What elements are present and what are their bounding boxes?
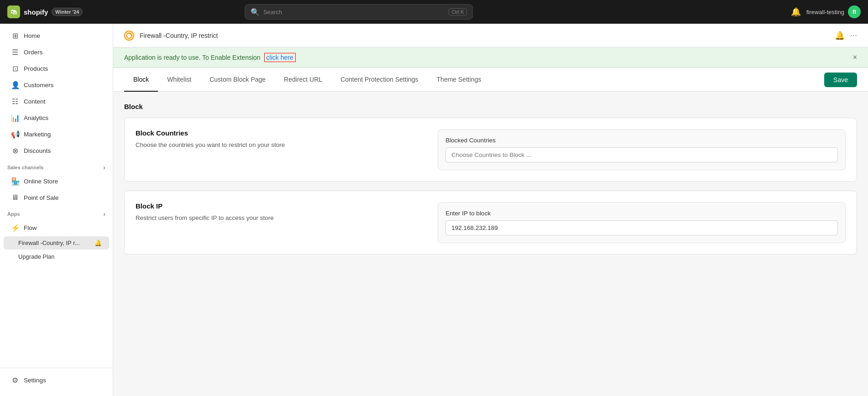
flow-icon: ⚡ <box>11 224 19 232</box>
app-header-title: Firewall -Country, IP restrict <box>140 32 218 39</box>
discounts-icon: ⊗ <box>11 146 19 155</box>
shopify-text: shopify <box>24 8 48 16</box>
sidebar-item-label: Flow <box>24 224 37 231</box>
sidebar-item-settings[interactable]: ⚙ Settings <box>4 372 109 388</box>
sidebar-item-label: Home <box>24 32 40 39</box>
sidebar-item-label: Online Store <box>24 178 58 185</box>
main-layout: ⊞ Home ☰ Orders ⊡ Products 👤 Customers ☷… <box>0 24 868 396</box>
sidebar-item-label: Upgrade Plan <box>18 253 55 260</box>
logo[interactable]: 🛍 shopify Winter '24 <box>7 5 83 18</box>
app-header: Firewall -Country, IP restrict 🔔 ··· <box>113 24 868 47</box>
blocked-countries-label: Blocked Countries <box>445 137 838 144</box>
sidebar-item-label: Marketing <box>24 131 51 138</box>
sidebar-item-label: Discounts <box>24 147 51 154</box>
sidebar: ⊞ Home ☰ Orders ⊡ Products 👤 Customers ☷… <box>0 24 113 396</box>
block-ip-title: Block IP <box>136 202 427 210</box>
content-area: Firewall -Country, IP restrict 🔔 ··· App… <box>113 24 868 396</box>
block-countries-info: Block Countries Choose the countries you… <box>136 129 427 150</box>
notification-icon[interactable]: 🔔 <box>835 31 845 41</box>
products-icon: ⊡ <box>11 64 19 73</box>
sidebar-footer: ⚙ Settings <box>0 368 113 396</box>
sidebar-item-customers[interactable]: 👤 Customers <box>4 77 109 93</box>
search-icon: 🔍 <box>251 8 260 16</box>
pos-icon: 🖥 <box>11 193 19 202</box>
block-countries-card: Block Countries Choose the countries you… <box>124 118 857 182</box>
shopify-icon: 🛍 <box>7 5 20 18</box>
sidebar-item-flow[interactable]: ⚡ Flow <box>4 220 109 236</box>
block-ip-desc: Restrict users from specific IP to acces… <box>136 214 427 223</box>
sidebar-item-analytics[interactable]: 📊 Analytics <box>4 110 109 126</box>
tab-block[interactable]: Block <box>124 68 158 92</box>
more-options-icon[interactable]: ··· <box>850 31 857 40</box>
chevron-right-icon[interactable]: › <box>103 164 105 171</box>
block-countries-title: Block Countries <box>136 129 427 137</box>
topbar-right: 🔔 firewall-testing ft <box>791 5 861 18</box>
content-icon: ☷ <box>11 97 19 106</box>
tab-custom-block-page[interactable]: Custom Block Page <box>200 68 275 92</box>
chevron-right-icon[interactable]: › <box>103 210 105 218</box>
refresh-icon <box>126 32 132 39</box>
orders-icon: ☰ <box>11 48 19 57</box>
sidebar-item-label: Customers <box>24 82 53 89</box>
block-ip-info: Block IP Restrict users from specific IP… <box>136 202 427 223</box>
sidebar-item-point-of-sale[interactable]: 🖥 Point of Sale <box>4 190 109 205</box>
sidebar-item-firewall[interactable]: Firewall -Country, IP r... 🔔 <box>4 236 109 250</box>
sidebar-nav: ⊞ Home ☰ Orders ⊡ Products 👤 Customers ☷… <box>0 24 113 368</box>
sidebar-item-upgrade-plan[interactable]: Upgrade Plan <box>4 250 109 263</box>
sidebar-item-marketing[interactable]: 📢 Marketing <box>4 126 109 142</box>
sidebar-item-discounts[interactable]: ⊗ Discounts <box>4 143 109 159</box>
sidebar-item-label: Orders <box>24 49 42 56</box>
save-button[interactable]: Save <box>824 73 857 87</box>
sidebar-item-label: Settings <box>24 377 46 384</box>
search-bar[interactable]: 🔍 Ctrl K <box>245 4 473 20</box>
block-countries-desc: Choose the countries you want to restric… <box>136 141 427 150</box>
online-store-icon: 🏪 <box>11 177 19 186</box>
sidebar-item-home[interactable]: ⊞ Home <box>4 28 109 44</box>
block-ip-field-box: Enter IP to block <box>438 202 846 243</box>
username: firewall-testing <box>806 9 844 16</box>
block-ip-input[interactable] <box>445 220 838 235</box>
blocked-countries-input[interactable] <box>445 147 838 162</box>
block-ip-layout: Block IP Restrict users from specific IP… <box>136 202 846 243</box>
block-countries-layout: Block Countries Choose the countries you… <box>136 129 846 170</box>
page-title: Block <box>124 103 857 110</box>
alert-link[interactable]: click here <box>264 53 296 62</box>
marketing-icon: 📢 <box>11 130 19 139</box>
user-info[interactable]: firewall-testing ft <box>806 5 861 18</box>
alert-banner: Application is ready to use. To Enable E… <box>113 47 868 68</box>
close-icon[interactable]: × <box>853 53 857 62</box>
home-icon: ⊞ <box>11 31 19 40</box>
search-input[interactable] <box>263 9 445 16</box>
analytics-icon: 📊 <box>11 114 19 122</box>
sidebar-item-label: Point of Sale <box>24 194 59 201</box>
notification-icon[interactable]: 🔔 <box>791 7 801 17</box>
tab-theme-settings[interactable]: Theme Settings <box>428 68 491 92</box>
block-countries-field-box: Blocked Countries <box>438 129 846 170</box>
customers-icon: 👤 <box>11 81 19 89</box>
tab-content-protection[interactable]: Content Protection Settings <box>331 68 427 92</box>
alert-message: Application is ready to use. To Enable E… <box>124 54 261 61</box>
main-content: Block Block Countries Choose the countri… <box>113 92 868 396</box>
app-icon <box>124 31 134 41</box>
search-shortcut: Ctrl K <box>449 8 467 16</box>
bell-icon: 🔔 <box>94 240 102 246</box>
settings-icon: ⚙ <box>11 376 19 385</box>
season-badge: Winter '24 <box>52 8 83 16</box>
sidebar-item-label: Content <box>24 98 45 105</box>
sidebar-item-online-store[interactable]: 🏪 Online Store <box>4 173 109 189</box>
app-header-actions: 🔔 ··· <box>835 31 857 41</box>
sidebar-item-orders[interactable]: ☰ Orders <box>4 44 109 60</box>
topbar: 🛍 shopify Winter '24 🔍 Ctrl K 🔔 firewall… <box>0 0 868 24</box>
avatar: ft <box>848 5 861 18</box>
sidebar-item-label: Products <box>24 65 48 72</box>
sidebar-item-label: Firewall -Country, IP r... <box>18 240 80 246</box>
tabs-bar: Block Whitelist Custom Block Page Redire… <box>113 68 868 92</box>
block-ip-label: Enter IP to block <box>445 210 838 217</box>
sidebar-item-products[interactable]: ⊡ Products <box>4 61 109 77</box>
sidebar-item-content[interactable]: ☷ Content <box>4 94 109 109</box>
sidebar-item-label: Analytics <box>24 115 48 121</box>
sales-channels-section: Sales channels › <box>0 159 113 173</box>
tab-redirect-url[interactable]: Redirect URL <box>275 68 331 92</box>
tab-whitelist[interactable]: Whitelist <box>158 68 200 92</box>
apps-section: Apps › <box>0 206 113 219</box>
